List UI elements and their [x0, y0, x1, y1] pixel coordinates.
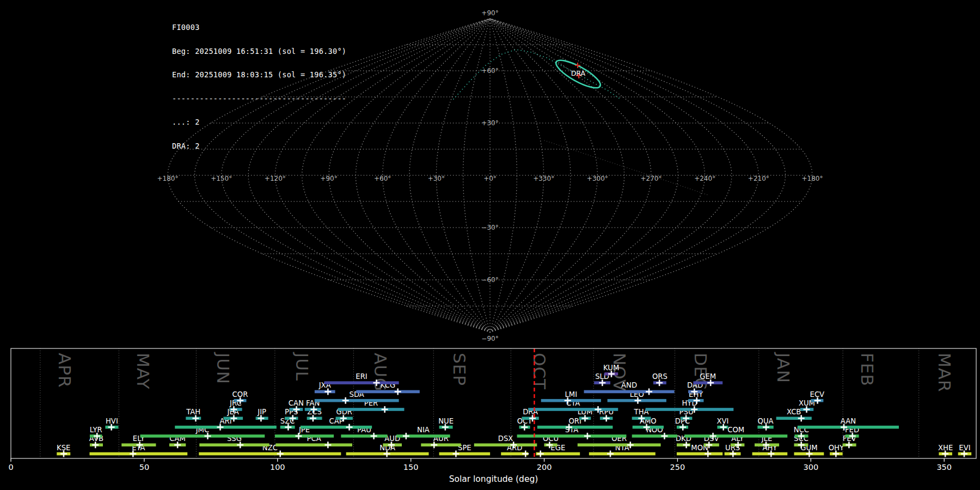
shower-label-ORS: ORS [652, 372, 667, 381]
shower-label-XCB: XCB [787, 408, 801, 416]
x-tick-label: 350 [936, 463, 952, 471]
shower-bar-CAP [301, 426, 372, 429]
month-label-FEB: FEB [857, 353, 877, 387]
shower-bar-STA [517, 434, 627, 438]
shower-label-LYR: LYR [90, 426, 102, 434]
shower-bar-NOO [632, 434, 677, 438]
shower-bar-NZC [199, 452, 341, 456]
shower-bar-LMI [541, 399, 601, 402]
shower-label-XVI: XVI [716, 417, 728, 425]
peak-marker-PER [382, 406, 388, 413]
shower-label-CAN: CAN [289, 399, 304, 407]
meridian-label: +30° [428, 175, 445, 182]
shower-label-ECV: ECV [810, 390, 825, 399]
shower-bar-AND [584, 390, 675, 394]
begin-time-line: Beg: 20251009 16:51:31 (sol = 196.30°) [172, 47, 346, 56]
month-label-JAN: JAN [774, 352, 793, 383]
pole-label-south: −90° [481, 335, 498, 342]
latitude-label: −30° [481, 224, 498, 231]
meridian-label: +0° [483, 175, 497, 182]
shower-bar-SPE [439, 452, 491, 456]
shower-bar-PCA [275, 443, 352, 446]
meridian-label: +180° [157, 175, 179, 182]
shower-bar-ARI [175, 426, 277, 429]
shower-track [454, 50, 620, 99]
month-label-OCT: OCT [530, 353, 549, 390]
x-tick-label: 200 [537, 463, 552, 471]
shower-bar-ORI [537, 426, 613, 429]
sky-map-and-activity-chart: +180°+150°+120°+90°+60°+30°+0°+330°+300°… [0, 0, 980, 490]
x-tick-label: 150 [403, 463, 419, 471]
shower-label-QUA: QUA [758, 417, 774, 425]
shower-label-XHE: XHE [938, 444, 953, 452]
month-label-APR: APR [55, 353, 75, 388]
shower-bar-NTA [589, 452, 656, 456]
shower-bar-COM [684, 434, 787, 438]
peak-marker-AND [646, 388, 652, 395]
shower-label-COM: COM [727, 426, 744, 434]
map-meridian [329, 19, 490, 332]
shower-bar-DSX [474, 443, 537, 446]
peak-marker-KCG [395, 388, 401, 395]
shower-bar-XCB [776, 417, 812, 420]
meridian-label: +210° [748, 175, 769, 182]
shower-label-DSX: DSX [498, 434, 513, 443]
peak-marker-STA [584, 433, 591, 439]
shower-label-TAH: TAH [186, 408, 200, 416]
x-tick-label: 300 [803, 463, 818, 471]
month-label-JUN: JUN [213, 352, 233, 384]
x-tick-label: 50 [139, 463, 149, 471]
shower-label-KSE: KSE [57, 444, 70, 452]
shower-label-JIP: JIP [257, 408, 266, 416]
x-axis-title: Solar longitude (deg) [449, 474, 538, 484]
shower-label-LMI: LMI [565, 390, 577, 399]
shower-bar-CTA [528, 408, 618, 411]
month-label-MAR: MAR [935, 353, 954, 393]
shower-bar-KCG [356, 390, 420, 394]
shower-label-COR: COR [232, 390, 248, 399]
count-label: DRA: [172, 142, 191, 150]
shower-bar-HYD [646, 408, 734, 411]
peak-marker-CAP [346, 424, 353, 431]
month-label-JUL: JUL [292, 352, 312, 381]
peak-marker-NIA [403, 433, 409, 439]
latitude-label: +30° [481, 119, 498, 127]
shower-bar-AAN [798, 426, 899, 429]
peak-marker-EGE [537, 451, 544, 457]
latitude-label: +60° [481, 67, 498, 75]
meteor-observation-screen: +180°+150°+120°+90°+60°+30°+0°+330°+300°… [0, 0, 980, 490]
shower-bar-PER [338, 408, 404, 411]
shower-bar-JPE [275, 434, 334, 438]
shower-label-EVI: EVI [959, 444, 970, 452]
meridian-label: +270° [641, 175, 662, 182]
station-id: FI0003 [172, 23, 346, 32]
x-tick-label: 0 [8, 463, 13, 471]
faint-track [544, 140, 708, 195]
shower-label-AND: AND [621, 381, 637, 389]
meridian-label: +60° [374, 175, 391, 182]
month-label-MAY: MAY [133, 353, 153, 389]
shower-label-KUM: KUM [603, 364, 619, 372]
shower-bar-AUR [421, 443, 461, 446]
count-line-unclassified: ...: 2 [172, 118, 346, 126]
latitude-label: −60° [481, 276, 498, 284]
dra-label: DRA [571, 69, 586, 77]
meridian-label: +180° [802, 175, 823, 182]
peak-marker-SDA [342, 397, 349, 404]
peak-marker-PAU [371, 433, 377, 439]
shower-label-ERI: ERI [356, 372, 367, 381]
shower-bar-ERI [324, 381, 399, 384]
shower-bar-PAU [341, 434, 387, 438]
meridian-label: +120° [265, 175, 286, 182]
count-line-dra: DRA: 2 [172, 142, 346, 150]
timeline-panel-border [11, 348, 976, 458]
x-tick-label: 250 [670, 463, 685, 471]
pole-label-north: +90° [481, 9, 498, 17]
shower-bar-JMC [140, 434, 265, 438]
shower-label-GEM: GEM [700, 372, 716, 381]
count-value: 2 [195, 142, 199, 150]
shower-label-AAN: AAN [841, 417, 856, 425]
shower-bar-SDA [315, 399, 399, 402]
shower-bar-MON [677, 452, 722, 456]
peak-marker-PCA [324, 442, 331, 448]
